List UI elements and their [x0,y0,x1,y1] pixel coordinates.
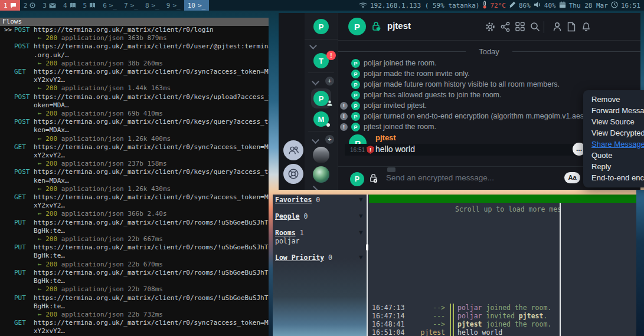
collapse-chevron-icon[interactable] [306,43,336,50]
add-room-button[interactable]: + [325,135,334,144]
search-icon[interactable] [530,22,541,32]
menu-item-share-message[interactable]: Share Message [583,139,644,150]
sidebar-section-low-priority[interactable]: Low Priority0 [275,253,332,262]
message-input[interactable]: Send an encrypted message... [386,173,494,182]
room-list-item[interactable]: M [313,111,329,127]
sidebar-room-item[interactable]: poljar [275,237,300,245]
flow-entry[interactable]: POSThttps://termina.org.uk/_matrix/clien… [0,118,269,126]
gomuks-timestamp: 16:48:41 [372,320,408,328]
flow-url: https://termina.org.uk/_matrix/client/r0… [34,219,269,226]
gomuks-sender: --> [408,320,445,328]
flow-entry[interactable]: POSThttps://termina.org.uk/_matrix/clien… [0,93,269,101]
menu-item-view-source[interactable]: View Source [583,116,644,127]
flow-method: POST [14,93,34,101]
workspace-10[interactable]: 10>_ [184,0,210,11]
menu-item-quote[interactable]: Quote [583,150,644,161]
response-meta: application/json 22b 667ms [57,235,163,243]
notifications-icon[interactable] [581,22,592,32]
thermometer-icon [482,1,487,11]
apps-grid-icon[interactable] [515,22,526,32]
event-avatar: P [351,101,360,110]
flow-url-continued: BgHk:te… [0,277,269,285]
message-row[interactable]: 16:51 ! hello world ... [345,144,585,156]
settings-icon[interactable] [485,22,496,32]
workspace-3[interactable]: 3 [39,0,60,11]
gomuks-separator [450,304,454,312]
response-code: 200 [45,311,57,318]
explore-button[interactable] [283,164,303,184]
workspace-7[interactable]: 7>_ [120,0,142,11]
collapse-triangle-icon[interactable]: ▼ [359,253,363,261]
flow-entry[interactable]: GEThttps://termina.org.uk/_matrix/client… [0,143,269,151]
date-separator: Today [338,47,640,55]
section-count: 0 [316,196,320,204]
workspace-9[interactable]: 9>_ [163,0,184,11]
menu-item-remove[interactable]: Remove [583,94,644,105]
flow-entry[interactable]: PUThttps://termina.org.uk/_matrix/client… [0,243,269,252]
flow-url-continued: BgHk:te… [0,227,269,235]
gomuks-window: Favorites0▼People0▼Rooms1▼poljarLow Prio… [273,195,636,336]
flow-entry[interactable]: POSThttps://termina.org.uk/_matrix/clien… [0,168,269,176]
collapse-triangle-icon[interactable]: ▼ [359,196,363,203]
gomuks-sender: pjtest [408,328,445,336]
menu-item-forward-message[interactable]: Forward Message [583,105,644,116]
composer-lock-icon [368,173,380,186]
room-list-item[interactable] [313,166,329,183]
gomuks-room-titlebar [369,195,636,203]
sidebar-section-people[interactable]: People0 [275,212,308,220]
flow-method: GET [14,319,34,327]
workspace-1[interactable]: 1 [0,0,20,11]
event-text: poljar has allowed guests to join the ro… [364,91,501,99]
expand-chevron[interactable] [305,187,337,190]
room-list-item[interactable]: T! [313,53,329,68]
date-value: Thu 28 Mar [569,2,608,9]
chevron-down-icon[interactable] [308,75,318,87]
flow-entry[interactable]: POSThttps://termina.org.uk/_matrix/clien… [0,42,269,51]
flows-list[interactable]: >>POSThttps://termina.org.uk/_matrix/cli… [0,26,269,336]
workspace-8[interactable]: 8>_ [142,0,163,11]
collapse-triangle-icon[interactable]: ▼ [359,229,363,236]
flow-entry[interactable]: >>POSThttps://termina.org.uk/_matrix/cli… [0,26,269,34]
section-name: Favorites [275,196,312,204]
workspace-5[interactable]: 5 [80,0,100,11]
menu-item-end-to-end-encryption[interactable]: End-to-end encryption [583,172,644,183]
collapse-triangle-icon[interactable]: ▼ [359,212,363,220]
response-arrow: ← [38,135,45,143]
room-avatar[interactable]: P [348,18,366,35]
user-avatar[interactable]: P [313,19,329,34]
share-icon[interactable] [501,22,511,32]
user-menu[interactable]: P [305,13,338,39]
files-icon[interactable] [567,22,578,32]
room-list-divider [308,73,334,73]
formatting-button[interactable]: Aa [564,172,580,183]
workspace-4[interactable]: 4 [60,0,80,11]
flow-entry[interactable]: PUThttps://termina.org.uk/_matrix/client… [0,269,269,277]
room-list-item[interactable]: P [311,88,331,108]
room-list-item[interactable] [313,147,329,163]
event-text: poljar turned on end-to-end encryption (… [364,112,607,120]
workspace-6[interactable]: 6>_ [99,0,120,11]
people-button[interactable] [283,140,303,160]
flow-url: https://termina.org.uk/_matrix/client/r0… [34,243,269,251]
flow-method: PUT [14,243,34,252]
flow-entry[interactable]: PUThttps://termina.org.uk/_matrix/client… [0,294,269,302]
menu-item-view-decrypted-source[interactable]: View Decrypted Source [583,127,644,139]
flow-url-continued: BgHk:te… [0,252,269,260]
response-code: 200 [45,34,57,42]
flow-entry[interactable]: GEThttps://termina.org.uk/_matrix/client… [0,68,269,76]
sidebar-section-favorites[interactable]: Favorites0 [275,196,320,204]
flow-entry[interactable]: GEThttps://termina.org.uk/_matrix/client… [0,319,269,327]
members-icon[interactable] [553,22,563,32]
section-name: Low Priority [275,253,324,262]
flow-entry[interactable]: GEThttps://termina.org.uk/_matrix/client… [0,193,269,202]
workspace-2[interactable]: 2 [20,0,40,11]
chevron-down-icon[interactable] [308,134,318,145]
menu-item-reply[interactable]: Reply [583,161,644,172]
add-room-button[interactable]: + [325,77,334,85]
sidebar-section-rooms[interactable]: Rooms1 [275,229,304,237]
header-divider [544,21,544,33]
workspace-number: 1 [4,2,8,9]
workspace-number: 9 [166,2,171,9]
flow-entry[interactable]: PUThttps://termina.org.uk/_matrix/client… [0,219,269,227]
event-avatar: P [351,112,360,121]
